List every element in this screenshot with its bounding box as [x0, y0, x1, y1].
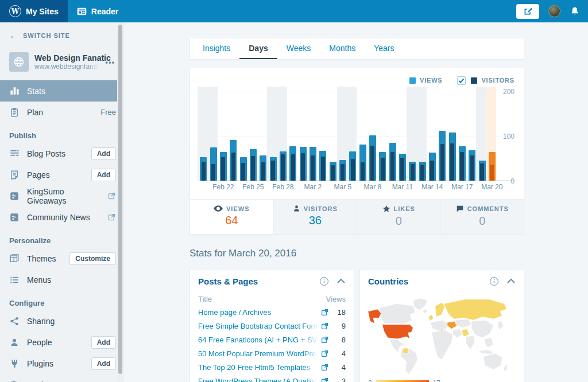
- compose-button[interactable]: [516, 4, 539, 19]
- visitors-bar: [311, 155, 315, 181]
- add-button[interactable]: Add: [91, 357, 116, 370]
- summary-tab-visitors[interactable]: VISITORS36: [273, 200, 357, 234]
- external-link-icon[interactable]: [318, 377, 331, 382]
- table-row: Free WordPress Themes (A Quality Coll3: [190, 374, 354, 382]
- sidebar-item-settings[interactable]: Settings: [0, 374, 123, 382]
- sidebar-item-plan[interactable]: PlanFree: [0, 102, 123, 123]
- current-site-card[interactable]: Web Design Fanatic www.webdesignfanatic.…: [0, 46, 123, 80]
- map-region-united-states[interactable]: [368, 309, 381, 323]
- post-link[interactable]: Free Simple Bootstrap Contact Form Te: [198, 322, 318, 330]
- visitors-bar: [460, 152, 464, 181]
- map-region-russia[interactable]: [444, 299, 506, 320]
- table-row: 64 Free Fanaticons (AI + PNG + SVG)8: [190, 333, 354, 346]
- tab-months[interactable]: Months: [320, 38, 365, 59]
- stats-chart-card: VIEWS VISITORS Feb 22Feb 25Feb 28Mar 2Ma…: [189, 68, 524, 235]
- person-icon: [293, 205, 300, 212]
- visitors-bar: [301, 153, 305, 181]
- map-region-united-states[interactable]: [382, 325, 413, 339]
- post-link[interactable]: 64 Free Fanaticons (AI + PNG + SVG): [198, 336, 318, 344]
- post-link[interactable]: The Top 20 Free Html5 Templates: [198, 363, 318, 372]
- summary-tab-comments[interactable]: COMMENTS0: [440, 200, 524, 234]
- sidebar-item-menus[interactable]: Menus: [0, 269, 123, 290]
- sidebar-item-label: Menus: [27, 275, 51, 284]
- info-icon[interactable]: [489, 276, 499, 286]
- summary-tab-text: LIKES: [394, 205, 415, 212]
- site-more-ellipsis-icon[interactable]: •••: [105, 58, 115, 67]
- sidebar-item-community-news[interactable]: Community News: [0, 206, 123, 228]
- post-link[interactable]: Home page / Archives: [198, 308, 318, 317]
- views-swatch: [409, 77, 416, 84]
- summary-tabs: VIEWS64VISITORS36LIKES0COMMENTS0: [190, 199, 524, 234]
- plan-badge: Free: [100, 108, 116, 116]
- sidebar-section-personalize: Personalize: [0, 228, 123, 248]
- map-region-scandinavia[interactable]: [435, 303, 445, 317]
- tab-days[interactable]: Days: [239, 38, 277, 59]
- blog-posts-icon: [9, 148, 21, 159]
- visitors-bar: [331, 165, 335, 181]
- map-region-pakistan[interactable]: [462, 329, 469, 337]
- reader-tab[interactable]: Reader: [68, 0, 127, 22]
- chevron-up-icon[interactable]: [506, 278, 516, 284]
- x-tick-label: Mar 20: [481, 183, 502, 191]
- map-region-indonesia: [479, 350, 493, 354]
- site-globe-icon: [9, 52, 29, 72]
- notifications-bell-icon[interactable]: [570, 6, 580, 17]
- x-tick-label: Feb 28: [272, 183, 293, 191]
- sidebar-item-themes[interactable]: ThemesCustomize: [0, 248, 123, 269]
- posts-pages-module: Posts & Pages Title Views Home page / Ar…: [189, 269, 354, 382]
- visitors-bar: [450, 143, 454, 181]
- sidebar-item-label: Community News: [27, 213, 90, 222]
- column-views: Views: [326, 295, 346, 303]
- external-link-icon[interactable]: [318, 336, 331, 344]
- post-link[interactable]: Free WordPress Themes (A Quality Coll: [198, 377, 318, 382]
- tab-insights[interactable]: Insights: [194, 38, 239, 59]
- sidebar: ← SWITCH SITE Web Design Fanatic www.web…: [0, 22, 123, 382]
- visitors-checkbox[interactable]: [457, 76, 466, 85]
- sidebar-section-configure: Configure: [0, 290, 123, 310]
- summary-tab-label: VIEWS: [190, 205, 273, 212]
- y-tick-label: 200: [503, 88, 514, 96]
- sidebar-item-plugins[interactable]: PluginsAdd: [0, 353, 123, 374]
- post-link[interactable]: 50 Most Popular Premium WordPress T: [198, 349, 318, 358]
- add-button[interactable]: Add: [91, 336, 116, 349]
- customize-button[interactable]: Customize: [69, 252, 116, 265]
- chevron-up-icon[interactable]: [336, 278, 346, 284]
- sidebar-item-pages[interactable]: PagesAdd: [0, 164, 123, 185]
- add-button[interactable]: Add: [91, 169, 116, 181]
- sidebar-item-label: People: [27, 338, 52, 347]
- visitors-bar: [400, 158, 404, 181]
- visitors-bar: [211, 164, 215, 181]
- bar-chart[interactable]: Feb 22Feb 25Feb 28Mar 2Mar 5Mar 8Mar 11M…: [190, 87, 524, 199]
- my-sites-tab[interactable]: W My Sites: [0, 0, 68, 22]
- plan-icon: [9, 107, 21, 118]
- user-avatar[interactable]: [548, 5, 560, 17]
- info-icon[interactable]: [319, 276, 329, 286]
- summary-tab-label: VISITORS: [274, 205, 357, 212]
- summary-tab-likes[interactable]: LIKES0: [357, 200, 440, 234]
- table-row: 50 Most Popular Premium WordPress T4: [190, 346, 354, 360]
- sidebar-item-kingsumo-giveaways[interactable]: KingSumo Giveaways: [0, 185, 123, 206]
- plugins-icon: [9, 358, 21, 369]
- legend-visitors[interactable]: VISITORS: [457, 76, 514, 85]
- x-tick-label: Mar 8: [364, 183, 382, 191]
- people-icon: [9, 337, 21, 348]
- map-region-united-kingdom[interactable]: [428, 315, 434, 322]
- main-content: InsightsDaysWeeksMonthsYears VIEWS VISIT…: [124, 22, 588, 382]
- external-link-icon[interactable]: [318, 364, 331, 371]
- tab-weeks[interactable]: Weeks: [277, 38, 320, 59]
- sidebar-item-stats[interactable]: Stats: [0, 80, 123, 102]
- map-region-colombia[interactable]: [402, 348, 409, 353]
- visitors-bar: [231, 153, 235, 181]
- external-link-icon[interactable]: [318, 309, 331, 316]
- switch-site-link[interactable]: ← SWITCH SITE: [0, 22, 123, 46]
- external-link-icon[interactable]: [318, 350, 331, 357]
- views-count: 3: [331, 377, 346, 382]
- sidebar-item-blog-posts[interactable]: Blog PostsAdd: [0, 143, 123, 164]
- add-button[interactable]: Add: [91, 147, 116, 160]
- external-link-icon[interactable]: [318, 322, 331, 330]
- sidebar-item-sharing[interactable]: Sharing: [0, 310, 123, 332]
- summary-tab-views[interactable]: VIEWS64: [190, 200, 273, 234]
- sidebar-item-people[interactable]: PeopleAdd: [0, 332, 123, 353]
- sidebar-scrollbar[interactable]: [117, 22, 123, 382]
- tab-years[interactable]: Years: [365, 38, 403, 59]
